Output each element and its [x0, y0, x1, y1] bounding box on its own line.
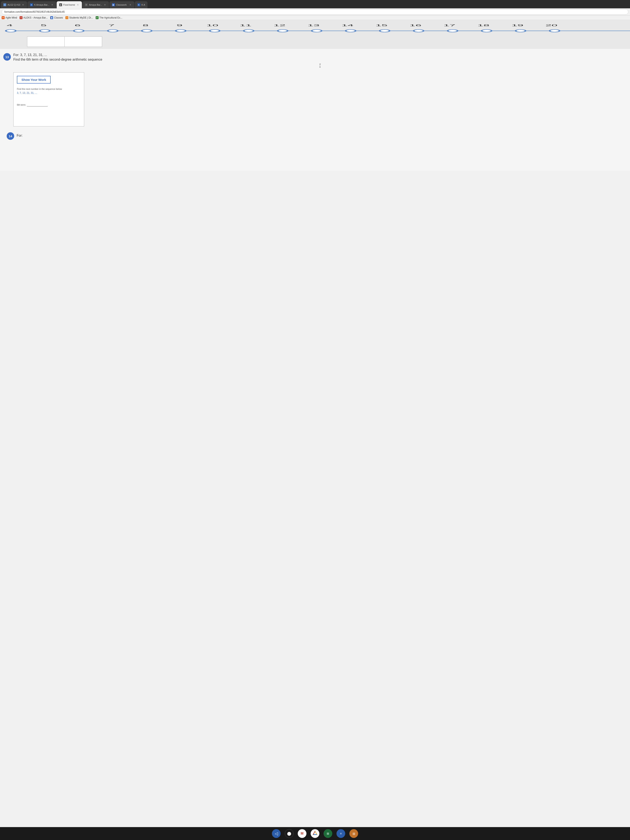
work-box: Show Your Work Find the next number in t… [13, 72, 84, 126]
number-line-svg: 4 5 6 7 8 9 10 11 12 13 14 15 16 17 18 1… [0, 23, 630, 35]
term-label-area: 6th term: [17, 103, 81, 106]
svg-text:17: 17 [444, 24, 456, 27]
term-input-underline[interactable] [27, 104, 48, 106]
tab-amaya-bar[interactable]: K K Amaya Bar... ✕ [27, 1, 56, 8]
question-13-text: For: 3, 7, 13, 21, 31, ... Find the 6th … [13, 53, 627, 62]
gmail-button[interactable]: M [298, 829, 306, 838]
side-label-icon: ≡ [319, 66, 321, 68]
back-icon: ◁ [275, 831, 278, 836]
sheets-icon: ⊞ [327, 832, 329, 835]
svg-text:20: 20 [545, 24, 557, 27]
bookmark-classes-label: Classes [54, 16, 63, 19]
tab-icon-amaya2: ≡ [85, 3, 88, 6]
docs-button[interactable]: ≡ [336, 829, 345, 838]
tab-amaya-bar2[interactable]: ≡ Amaya Bar... ✕ [82, 1, 109, 8]
question-13-subtitle: Find the 6th term of this second-degree … [13, 58, 627, 62]
tab-icon-amaya: K [30, 3, 33, 6]
number-line-container: 4 5 6 7 8 9 10 11 12 13 14 15 16 17 18 1… [0, 20, 630, 49]
svg-point-25 [244, 30, 254, 32]
svg-point-34 [549, 30, 560, 32]
svg-point-22 [142, 30, 152, 32]
work-sequence: 3, 7, 13, 21, 31, ... [17, 92, 81, 95]
svg-point-23 [176, 30, 186, 32]
tab-bar: A ALG2 Q #13 ✕ K K Amaya Bar... ✕ ■ Food… [0, 0, 630, 8]
svg-text:5: 5 [41, 24, 47, 27]
question-14-block: 14 For: [3, 131, 627, 142]
svg-text:18: 18 [477, 24, 489, 27]
svg-point-26 [278, 30, 288, 32]
tab-icon-food: ■ [59, 3, 62, 6]
svg-text:15: 15 [376, 24, 387, 27]
myde-icon: ⚙ [65, 16, 68, 19]
tab-k[interactable]: K K A [135, 1, 147, 8]
svg-point-32 [482, 30, 492, 32]
svg-text:11: 11 [240, 24, 252, 27]
svg-point-24 [210, 30, 220, 32]
bookmark-classes[interactable]: ▣ Classes [50, 16, 63, 19]
svg-text:19: 19 [512, 24, 524, 27]
work-box-wrapper: Show Your Work Find the next number in t… [13, 72, 627, 126]
svg-text:14: 14 [341, 24, 354, 27]
slides-icon: ▤ [352, 832, 355, 835]
tab-close-classwork[interactable]: ✕ [129, 3, 132, 7]
svg-point-28 [346, 30, 355, 32]
svg-text:9: 9 [177, 24, 183, 27]
tab-icon-alg2: A [3, 3, 6, 6]
svg-point-29 [380, 30, 390, 32]
svg-point-33 [516, 30, 526, 32]
agex-icon: AT [96, 16, 98, 19]
bottom-spacer [0, 145, 630, 171]
svg-text:10: 10 [207, 24, 218, 27]
tab-close-alg2[interactable]: ✕ [22, 3, 25, 7]
work-instruction: Find the next number in the sequence bel… [17, 88, 81, 90]
bookmark-aleks[interactable]: A ALEKS - Amaya Bar... [20, 16, 48, 19]
tab-alg2[interactable]: A ALG2 Q #13 ✕ [1, 1, 27, 8]
back-nav-button[interactable]: ◁ [272, 829, 281, 838]
svg-text:8: 8 [142, 24, 148, 27]
aleks-icon: A [20, 16, 22, 19]
term-label: 6th term: [17, 104, 26, 106]
bookmark-myde[interactable]: ⚙ Students MyDE | Di... [65, 16, 93, 19]
bookmark-myde-label: Students MyDE | Di... [69, 16, 93, 19]
browser-chrome: A ALG2 Q #13 ✕ K K Amaya Bar... ✕ ■ Food… [0, 0, 630, 20]
tab-classwork[interactable]: ▣ Classwork ✕ [109, 1, 134, 8]
camera-button[interactable]: ⬤ [285, 829, 294, 838]
svg-text:13: 13 [308, 24, 320, 27]
bookmark-agile-mind[interactable]: M Agile Mind [2, 16, 17, 19]
url-text: formative.com/formatives/607601f637cfb34… [5, 10, 65, 13]
drive-button[interactable] [311, 829, 319, 838]
tab-close-amaya[interactable]: ✕ [51, 3, 54, 7]
svg-point-30 [414, 30, 423, 32]
drive-icon [313, 831, 317, 837]
bookmark-aleks-label: ALEKS - Amaya Bar... [23, 16, 48, 19]
tab-icon-k: K [137, 3, 140, 6]
camera-icon: ⬤ [287, 831, 291, 836]
svg-text:4: 4 [7, 24, 13, 27]
url-display[interactable]: formative.com/formatives/607601f637cfb34… [2, 9, 628, 14]
svg-point-20 [74, 30, 84, 32]
tab-close-amaya2[interactable]: ✕ [103, 3, 106, 7]
tab-label-classwork: Classwork [116, 3, 128, 6]
question-13-area: 13 For: 3, 7, 13, 21, 31, ... Find the 6… [0, 49, 630, 145]
agile-mind-icon: M [2, 16, 5, 19]
question-13-block: 13 For: 3, 7, 13, 21, 31, ... Find the 6… [3, 53, 627, 126]
bookmarks-bar: M Agile Mind A ALEKS - Amaya Bar... ▣ Cl… [0, 16, 630, 20]
svg-text:6: 6 [74, 24, 81, 27]
side-labels: 2 ≡ [13, 63, 627, 68]
docs-icon: ≡ [340, 832, 342, 835]
tab-close-food[interactable]: ✕ [76, 3, 79, 7]
sheets-button[interactable]: ⊞ [324, 829, 332, 838]
svg-text:7: 7 [109, 24, 115, 27]
slides-button[interactable]: ▤ [349, 829, 358, 838]
tab-label-alg2: ALG2 Q #13 [8, 3, 20, 6]
bookmark-agex[interactable]: AT The Agricultural Ex... [96, 16, 123, 19]
taskbar: ◁ ⬤ M ⊞ ≡ ▤ [0, 827, 630, 840]
svg-point-18 [6, 30, 16, 32]
page-content: 4 5 6 7 8 9 10 11 12 13 14 15 16 17 18 1… [0, 20, 630, 171]
svg-point-31 [448, 30, 458, 32]
tab-label-amaya: K Amaya Bar... [34, 3, 49, 6]
bookmark-agex-label: The Agricultural Ex... [99, 16, 123, 19]
show-work-button[interactable]: Show Your Work [17, 76, 51, 84]
gmail-icon: M [301, 832, 303, 835]
tab-food-borne[interactable]: ■ Food borne ✕ [57, 1, 82, 8]
